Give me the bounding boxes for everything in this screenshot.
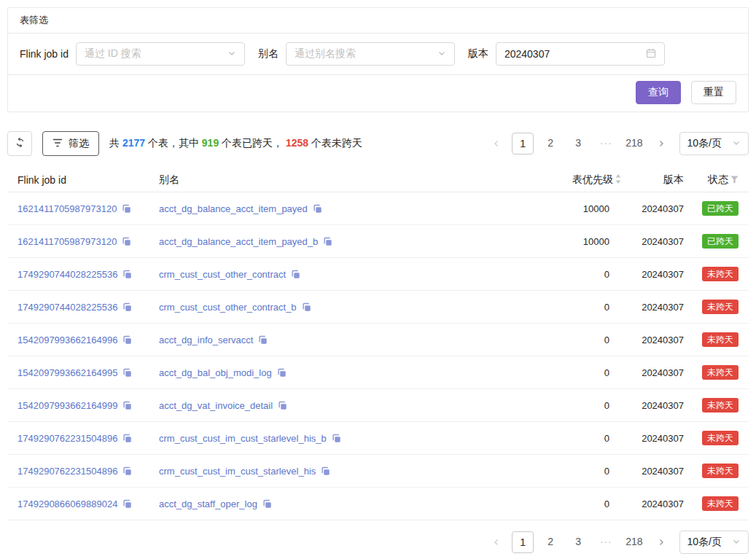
row-alias-link[interactable]: crm_cust_cust_other_contract <box>159 269 286 280</box>
row-id-link[interactable]: 1542097993662164995 <box>17 367 117 378</box>
copy-icon[interactable] <box>313 204 322 214</box>
row-version: 20240307 <box>621 236 684 247</box>
table-row: 1542097993662164999 acct_dg_vat_invoice_… <box>7 389 749 422</box>
copy-icon[interactable] <box>122 237 131 246</box>
row-id-link[interactable]: 1749290744028225536 <box>17 269 117 280</box>
row-priority: 0 <box>535 499 621 509</box>
copy-icon[interactable] <box>321 466 330 476</box>
pagination-page-3[interactable]: 3 <box>567 133 589 155</box>
row-version: 20240307 <box>621 269 684 280</box>
filter-actions-row: 查询 重置 <box>8 75 748 112</box>
chevron-down-icon <box>437 48 446 60</box>
chevron-down-icon <box>732 536 741 548</box>
copy-icon[interactable] <box>332 434 341 443</box>
status-badge: 未跨天 <box>702 464 739 478</box>
alias-select[interactable]: 通过别名搜索 <box>286 42 455 66</box>
row-priority: 0 <box>535 400 621 411</box>
reset-button[interactable]: 重置 <box>691 81 736 104</box>
pagination-ellipsis[interactable]: ··· <box>595 531 617 553</box>
row-alias-link[interactable]: acct_dg_info_servacct <box>159 335 253 345</box>
copy-icon[interactable] <box>122 499 132 509</box>
alias-placeholder: 通过别名搜索 <box>295 47 356 60</box>
column-header-priority-label: 表优先级 <box>572 173 613 187</box>
row-id-link[interactable]: 1749290744028225536 <box>17 302 117 313</box>
row-version: 20240307 <box>621 302 684 313</box>
flink-job-id-field: Flink job id 通过 ID 搜索 <box>20 42 245 66</box>
filter-funnel-icon[interactable] <box>730 174 739 186</box>
pagination-ellipsis[interactable]: ··· <box>595 133 617 155</box>
pagination-page-2[interactable]: 2 <box>539 133 561 155</box>
row-version: 20240307 <box>621 499 684 509</box>
copy-icon[interactable] <box>122 401 132 410</box>
row-alias-link[interactable]: acct_dg_vat_invoice_detail <box>159 400 273 411</box>
results-table: Flink job id 别名 表优先级 版本 状态 1621411705987… <box>7 168 749 520</box>
row-version: 20240307 <box>621 367 684 378</box>
version-input[interactable] <box>504 48 636 60</box>
copy-icon[interactable] <box>258 335 268 345</box>
copy-icon[interactable] <box>278 401 287 410</box>
page-size-value: 10条/页 <box>687 137 722 150</box>
row-version: 20240307 <box>621 433 684 444</box>
row-priority: 10000 <box>535 236 621 247</box>
copy-icon[interactable] <box>122 302 132 312</box>
status-badge: 已跨天 <box>702 234 739 249</box>
row-alias-link[interactable]: crm_cust_cust_other_contract_b <box>159 302 297 313</box>
page-size-select[interactable]: 10条/页 <box>679 132 749 155</box>
status-badge: 未跨天 <box>702 496 739 511</box>
pagination-page-1[interactable]: 1 <box>512 133 534 155</box>
row-id-link[interactable]: 1749290762231504896 <box>17 466 117 477</box>
pagination-next-button[interactable] <box>652 531 671 553</box>
row-alias-link[interactable]: acct_dg_balance_acct_item_payed_b <box>159 236 318 247</box>
copy-icon[interactable] <box>262 499 272 509</box>
column-header-priority[interactable]: 表优先级 <box>535 173 621 187</box>
column-header-version-label: 版本 <box>663 173 684 187</box>
row-id-link[interactable]: 1542097993662164999 <box>17 400 117 411</box>
pagination-pages: 123···218 <box>512 133 645 155</box>
row-alias-link[interactable]: acct_dg_bal_obj_modi_log <box>159 367 272 378</box>
filter-lines-icon <box>52 138 63 149</box>
copy-icon[interactable] <box>323 237 332 246</box>
row-alias-link[interactable]: crm_cust_cust_im_cust_starlevel_his_b <box>159 433 327 444</box>
pagination-prev-button[interactable] <box>487 531 506 553</box>
sort-icon[interactable] <box>615 174 621 186</box>
copy-icon[interactable] <box>122 270 132 279</box>
table-row: 1542097993662164995 acct_dg_bal_obj_modi… <box>7 356 749 389</box>
pagination-page-218[interactable]: 218 <box>623 133 645 155</box>
copy-icon[interactable] <box>291 270 300 279</box>
row-id-link[interactable]: 1621411705987973120 <box>17 236 117 247</box>
filter-toggle-button[interactable]: 筛选 <box>42 131 99 156</box>
pagination-next-button[interactable] <box>652 133 671 155</box>
pagination-prev-button[interactable] <box>487 133 506 155</box>
row-version: 20240307 <box>621 335 684 345</box>
status-badge: 未跨天 <box>702 431 739 445</box>
row-priority: 0 <box>535 335 621 345</box>
row-priority: 0 <box>535 269 621 280</box>
row-priority: 0 <box>535 433 621 444</box>
row-id-link[interactable]: 1749290762231504896 <box>17 433 117 444</box>
row-id-link[interactable]: 1749290866069889024 <box>17 499 117 509</box>
row-id-link[interactable]: 1542097993662164996 <box>17 335 117 345</box>
uncrossed-count: 1258 <box>286 137 308 149</box>
filter-card: 表筛选 Flink job id 通过 ID 搜索 别名 通过别名搜索 <box>7 7 749 112</box>
row-alias-link[interactable]: crm_cust_cust_im_cust_starlevel_his <box>159 466 316 477</box>
copy-icon[interactable] <box>277 368 287 378</box>
refresh-button[interactable] <box>7 131 32 156</box>
column-header-status[interactable]: 状态 <box>684 173 739 187</box>
pagination-page-218[interactable]: 218 <box>623 531 645 553</box>
flink-job-id-select[interactable]: 通过 ID 搜索 <box>76 42 245 66</box>
copy-icon[interactable] <box>122 434 132 443</box>
copy-icon[interactable] <box>122 368 132 378</box>
row-id-link[interactable]: 1621411705987973120 <box>17 203 117 214</box>
copy-icon[interactable] <box>302 302 311 312</box>
pagination-page-2[interactable]: 2 <box>539 531 561 553</box>
copy-icon[interactable] <box>122 335 132 345</box>
page-size-select[interactable]: 10条/页 <box>679 531 749 554</box>
pagination-page-1[interactable]: 1 <box>512 531 534 553</box>
query-button[interactable]: 查询 <box>636 81 681 104</box>
copy-icon[interactable] <box>122 204 131 214</box>
row-alias-link[interactable]: acct_dg_staff_oper_log <box>159 499 257 509</box>
pagination-page-3[interactable]: 3 <box>567 531 589 553</box>
table-header-row: Flink job id 别名 表优先级 版本 状态 <box>7 168 749 192</box>
copy-icon[interactable] <box>122 466 132 476</box>
row-alias-link[interactable]: acct_dg_balance_acct_item_payed <box>159 203 308 214</box>
